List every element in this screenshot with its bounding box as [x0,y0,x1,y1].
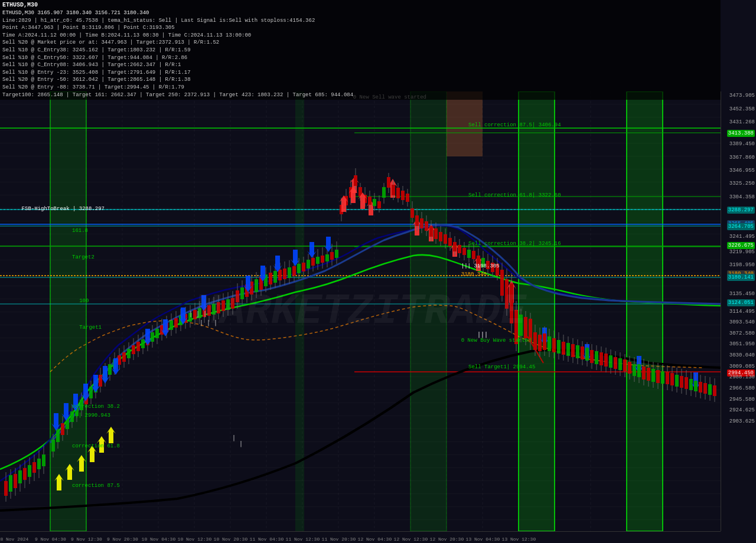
info-line-3: Time A:2024.11.12 00:00 | Time B:2024.11… [2,32,718,40]
label-3198: ||| 3198.305 [461,263,500,269]
svg-rect-134 [231,298,234,309]
chart-container: ETHUSD,M30 ETHUSD,M30 3165.907 3180.340 … [0,0,756,543]
info-lines: ETHUSD,M30 3165.907 3180.340 3156.721 31… [2,9,718,99]
label-new-buy-wave: 0 New Buy Wave started [461,338,532,344]
svg-rect-170 [316,257,320,264]
label-sell-correction-38: Sell correction 38.2| 3245.16 [468,241,561,247]
svg-rect-160 [292,266,296,276]
svg-rect-128 [217,302,220,313]
x-label-nov13-0430: 13 Nov 04:30 [466,537,500,542]
y-label-3124: 3124.051 [727,299,755,306]
chart-title: ETHUSD,M30 [2,1,718,9]
svg-rect-305 [609,355,612,368]
svg-rect-48 [23,468,27,480]
svg-rect-96 [141,339,145,348]
svg-rect-50 [28,465,31,477]
y-label-2903: 2903.625 [729,418,755,424]
label-current-price-chart: 3180.340 [461,272,487,277]
svg-rect-194 [368,197,372,205]
svg-rect-154 [278,270,282,280]
info-line-6: Sell %10 @ C_Entry50: 3322.607 | Target:… [2,54,718,62]
svg-rect-203 [387,177,390,188]
y-label-3009: 3009.085 [729,364,755,369]
info-line-10: Sell %20 @ Entry -88: 3738.71 | Target:2… [2,84,718,91]
svg-rect-240 [467,250,471,258]
info-line-1: Line:2829 | h1_atr_c0: 45.7538 | tema_h1… [2,17,718,25]
svg-rect-108 [170,320,173,330]
svg-rect-276 [543,333,546,350]
svg-rect-156 [283,269,286,279]
svg-rect-290 [576,345,579,358]
label-sell-target1: Sell Target1| 2994.45 [468,364,535,370]
svg-rect-209 [401,191,405,200]
y-label-3241: 3241.495 [729,234,755,240]
svg-rect-132 [226,299,230,310]
svg-rect-24 [627,91,663,531]
y-label-3288: 3288.297 [727,207,755,214]
svg-rect-257 [505,279,509,309]
svg-rect-144 [255,279,258,292]
svg-rect-334 [675,375,679,387]
svg-rect-234 [453,242,457,251]
svg-rect-42 [9,475,12,492]
svg-rect-351 [713,385,716,396]
svg-rect-130 [221,300,225,311]
svg-rect-102 [155,329,159,338]
x-label-nov12-2030: 12 Nov 20:30 [430,537,464,542]
svg-rect-286 [566,343,570,356]
svg-rect-22 [410,91,447,531]
svg-rect-158 [288,267,291,278]
y-label-3346: 3346.955 [729,168,755,174]
svg-rect-292 [581,346,584,359]
svg-rect-54 [37,459,41,469]
svg-rect-136 [236,290,239,302]
svg-rect-220 [425,221,428,231]
svg-rect-205 [392,185,395,195]
x-label-nov9-1230: 9 Nov 12:30 [71,537,102,542]
svg-rect-288 [571,344,575,357]
y-label-3219: 3219.905 [729,249,755,255]
svg-rect-162 [297,264,301,273]
x-label-nov12-1230: 12 Nov 12:30 [394,537,428,542]
y-label-3114: 3114.495 [729,309,755,315]
svg-rect-340 [689,379,693,390]
svg-rect-56 [42,454,45,466]
svg-rect-231 [448,238,452,246]
svg-rect-320 [642,367,646,380]
svg-rect-330 [666,372,669,384]
svg-rect-74 [89,387,93,398]
svg-rect-223 [429,226,433,237]
svg-rect-40 [4,481,8,496]
svg-text:|: | [239,440,243,447]
label-correction-38: correction 38.2 [72,404,120,410]
svg-rect-297 [590,350,594,363]
svg-rect-318 [637,364,641,377]
svg-rect-326 [656,370,660,383]
svg-rect-264 [519,315,523,336]
svg-rect-324 [651,369,655,382]
info-line-2: Point A:3447.963 | Point B:3119.806 | Po… [2,24,718,32]
y-label-2945: 2945.580 [729,397,755,403]
svg-rect-100 [151,332,154,342]
svg-rect-216 [415,215,419,226]
info-line-9: Sell %20 @ Entry -50: 3612.042 | Target:… [2,76,718,84]
svg-rect-328 [661,371,664,384]
svg-rect-313 [628,362,631,374]
label-161: 161.8 [72,228,88,234]
label-100: 100 [79,298,89,304]
svg-rect-343 [694,381,698,391]
svg-rect-82 [108,364,112,375]
svg-rect-52 [32,462,36,473]
svg-rect-166 [307,260,310,269]
y-label-2966: 2966.580 [729,385,755,391]
svg-rect-176 [330,252,334,260]
label-correction-87: correction 87.5 [72,483,120,489]
svg-rect-196 [373,199,376,206]
y-label-3431: 3431.268 [729,119,755,125]
svg-rect-309 [618,358,622,370]
info-line-0: ETHUSD,M30 3165.907 3180.340 3156.721 31… [2,9,718,17]
svg-rect-349 [708,384,712,395]
svg-rect-200 [382,187,386,198]
svg-rect-44 [14,474,17,488]
x-label-nov11-2030: 11 Nov 20:30 [322,537,356,542]
